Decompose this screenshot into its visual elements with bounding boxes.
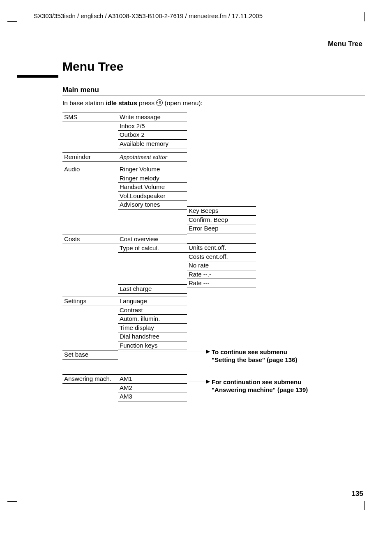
arrow-line [120,352,206,352]
menu-settings-item: Function keys [118,341,187,350]
arrow-head-icon [206,350,210,354]
menu-reminder-item: Appointment editor [118,153,187,162]
arrow-head-icon [206,380,210,384]
menu-sms-item: Inbox 2/5 [118,122,187,131]
ansmach-note-line1: For continuation see submenu [212,378,301,385]
crop-mark [364,12,365,21]
section-rule [62,95,365,96]
menu-audio-item: Ringer Volume [118,165,187,174]
setbase-note: To continue see submenu "Setting the bas… [212,348,297,364]
menu-settings-item: Dial handsfree [118,332,187,341]
menu-settings-item: Contrast [118,306,187,315]
menu-setbase: Set base [62,350,118,360]
menu-calcul-sub: No rate [187,261,256,270]
menu-calcul-sub: Costs cent.off. [187,253,256,262]
crop-mark [364,501,365,510]
menu-ansmach-item: AM1 [118,375,187,384]
running-head: Menu Tree [34,40,362,48]
menu-settings-item: Language [118,297,187,306]
menu-ansmach: Answering mach. [62,375,118,384]
title-accent-bar [17,75,58,78]
menu-costs-item: Type of calcul. [118,244,187,253]
menu-calcul-sub: Rate --.- [187,270,256,279]
menu-sms-item: Write message [118,113,187,122]
intro-bold: idle status [106,99,137,106]
arrow-line [189,382,206,382]
menu-calcul-sub: Units cent.off. [187,244,256,253]
page-title: Menu Tree [62,60,362,74]
intro-suffix: (open menu): [163,99,203,106]
section-heading: Main menu [62,86,362,94]
menu-advisory-sub: Confirm. Beep [187,216,256,225]
setbase-note-line1: To continue see submenu [212,348,287,355]
menu-reminder: Reminder [62,153,118,162]
menu-costs-item: Cost overview [118,235,187,244]
setbase-note-line2: "Setting the base" (page 136) [212,356,297,363]
menu-sms-item: Outbox 2 [118,131,187,140]
crop-mark [17,501,17,510]
intro-prefix: In base station [62,99,106,106]
menu-calcul-sub: Rate --- [187,279,256,288]
menu-audio-item: Ringer melody [118,174,187,183]
menu-advisory-sub: Key Beeps [187,207,256,216]
intro-mid: press [137,99,157,106]
crop-mark [7,501,17,502]
menu-audio-item: Advisory tones [118,201,187,210]
menu-sms-item: Available memory [118,140,187,149]
doc-path: SX303/353isdn / englisch / A31008-X353-B… [34,12,362,19]
menu-settings: Settings [62,297,118,306]
menu-costs-tail: Last charge [118,285,187,294]
menu-audio-item: Handset Volume [118,183,187,192]
crop-mark [7,21,17,22]
ansmach-note: For continuation see submenu "Answering … [212,378,308,394]
intro-text: In base station idle status press (open … [62,99,362,107]
menu-costs: Costs [62,235,118,244]
menu-audio-item: Vol.Loudspeaker [118,192,187,201]
ansmach-note-line2: "Answering machine" (page 139) [212,386,308,393]
crop-mark [17,12,17,21]
open-menu-icon [156,99,163,106]
menu-audio: Audio [62,165,118,174]
menu-sms: SMS [62,113,118,122]
menu-settings-item: Time display [118,324,187,333]
menu-ansmach-item: AM2 [118,384,187,393]
menu-tree: SMS Write message Inbox 2/5 Outbox 2 Ava… [62,113,367,404]
page-number: 135 [352,490,363,498]
menu-advisory-sub: Error Beep [187,224,256,233]
menu-ansmach-item: AM3 [118,392,187,401]
menu-settings-item: Autom. illumin. [118,315,187,324]
